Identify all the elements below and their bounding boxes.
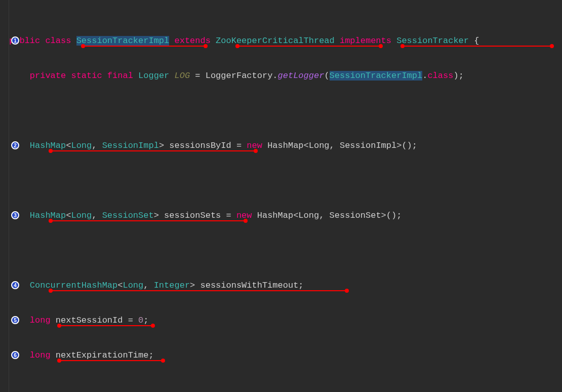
- punct: <: [293, 211, 298, 220]
- anchor-dot: [379, 44, 383, 48]
- annotation-circle: 5: [11, 316, 19, 324]
- punct: >: [190, 281, 195, 290]
- identifier: nextExpirationTime: [56, 350, 149, 360]
- anchor-dot: [57, 359, 61, 363]
- type-name: Long: [123, 281, 143, 290]
- type-name: Long: [71, 211, 92, 220]
- op: =: [195, 71, 200, 81]
- anchor-dot: [151, 324, 155, 328]
- underline-annotation: [60, 360, 161, 361]
- dot: .: [422, 71, 427, 81]
- paren: );: [453, 71, 463, 81]
- type-name: SessionSet: [330, 211, 381, 220]
- type-name: SessionTracker: [396, 36, 469, 46]
- anchor-dot: [550, 44, 554, 48]
- punct: >: [159, 141, 164, 150]
- anchor-dot: [49, 149, 53, 153]
- code-editor[interactable]: 1public class SessionTrackerImpl extends…: [9, 0, 562, 392]
- type-name: HashMap: [257, 211, 293, 220]
- code-line[interactable]: 1public class SessionTrackerImpl extends…: [9, 35, 562, 47]
- annotation-circle: 1: [11, 36, 19, 45]
- underline-annotation: [51, 150, 254, 151]
- code-line[interactable]: [9, 175, 562, 186]
- code-line[interactable]: [9, 245, 562, 256]
- punct: <: [304, 141, 309, 150]
- op: =: [128, 316, 133, 325]
- anchor-dot: [49, 219, 53, 223]
- number: 0: [138, 316, 143, 325]
- keyword: class: [427, 71, 453, 81]
- anchor-dot: [254, 149, 258, 153]
- code-line[interactable]: 4 ConcurrentHashMap<Long, Integer> sessi…: [9, 280, 562, 291]
- anchor-dot: [244, 219, 248, 223]
- punct: ;: [298, 281, 303, 290]
- type-name: SessionTrackerImpl: [330, 71, 423, 81]
- method-call: getLogger: [278, 71, 325, 81]
- keyword: final: [107, 71, 133, 81]
- anchor-dot: [345, 289, 349, 293]
- type-name: SessionImpl: [340, 141, 396, 150]
- code-line[interactable]: private static final Logger LOG = Logger…: [9, 70, 562, 82]
- class-name: SessionTrackerImpl: [76, 36, 170, 46]
- identifier: LoggerFactory: [206, 71, 273, 81]
- punct: <: [117, 281, 123, 290]
- annotation-circle: 4: [11, 281, 19, 289]
- punct: >();: [396, 141, 417, 150]
- punct: ,: [330, 141, 335, 150]
- type-name: Long: [71, 141, 92, 150]
- type-name: HashMap: [30, 211, 66, 220]
- type-name: Long: [309, 141, 330, 150]
- anchor-dot: [81, 44, 85, 48]
- punct: <: [66, 211, 71, 220]
- underline-annotation: [60, 325, 151, 326]
- code-line[interactable]: 3 HashMap<Long, SessionSet> sessionSets …: [9, 210, 562, 221]
- underline-annotation: [51, 290, 345, 291]
- anchor-dot: [235, 44, 239, 48]
- op: =: [236, 141, 242, 150]
- punct: <: [66, 141, 71, 150]
- code-line[interactable]: [9, 384, 562, 392]
- identifier: sessionsById: [169, 141, 231, 150]
- punct: ,: [143, 281, 148, 290]
- anchor-dot: [49, 289, 53, 293]
- keyword: private: [30, 71, 66, 81]
- punct: ;: [143, 316, 148, 325]
- type-name: SessionSet: [102, 211, 154, 220]
- punct: ,: [92, 211, 97, 220]
- brace: {: [474, 36, 479, 46]
- type-name: Long: [298, 211, 319, 220]
- underline-annotation: [51, 220, 244, 221]
- op: =: [226, 211, 231, 220]
- keyword: class: [45, 36, 71, 46]
- keyword: long: [30, 350, 51, 360]
- code-line[interactable]: 2 HashMap<Long, SessionImpl> sessionsByI…: [9, 140, 562, 151]
- code-line[interactable]: [9, 105, 562, 116]
- identifier: sessionsWithTimeout: [200, 281, 299, 290]
- keyword: static: [71, 71, 102, 81]
- punct: >: [154, 211, 159, 220]
- punct: ,: [319, 211, 324, 220]
- gutter: [0, 0, 9, 392]
- annotation-circle: 2: [11, 141, 19, 149]
- logger-var: LOG: [175, 71, 190, 81]
- type-name: Integer: [154, 281, 190, 290]
- anchor-dot: [400, 44, 405, 48]
- keyword: long: [30, 316, 51, 325]
- dot: .: [272, 71, 277, 81]
- paren: (: [324, 71, 329, 81]
- identifier: sessionSets: [164, 211, 221, 220]
- type-name: HashMap: [267, 141, 303, 150]
- punct: ;: [148, 350, 153, 360]
- type-name: SessionImpl: [102, 141, 159, 150]
- underline-annotation: [238, 46, 379, 47]
- code-line[interactable]: 6 long nextExpirationTime;: [9, 349, 562, 361]
- type-name: HashMap: [30, 141, 66, 150]
- anchor-dot: [204, 44, 208, 48]
- punct: ,: [92, 141, 97, 150]
- punct: >();: [381, 211, 402, 220]
- code-line[interactable]: 5 long nextSessionId = 0;: [9, 315, 562, 326]
- annotation-circle: 6: [11, 351, 19, 359]
- anchor-dot: [161, 359, 165, 363]
- underline-annotation: [403, 46, 550, 47]
- type-name: Logger: [138, 71, 169, 81]
